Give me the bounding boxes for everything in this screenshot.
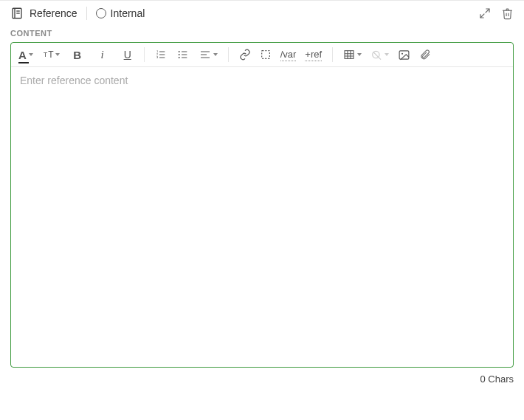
clear-format-button[interactable] — [370, 49, 389, 61]
expand-icon[interactable] — [479, 7, 491, 19]
svg-line-4 — [486, 9, 489, 13]
text-color-button[interactable]: A — [18, 49, 33, 61]
selection-button[interactable] — [260, 49, 272, 61]
char-count: 0 Chars — [0, 368, 524, 385]
editor-toolbar: A TT B i U 1 2 3 — [11, 43, 513, 67]
editor-container: A TT B i U 1 2 3 — [10, 42, 514, 368]
svg-rect-24 — [345, 51, 354, 59]
svg-line-31 — [373, 52, 379, 58]
toolbar-separator — [332, 47, 333, 62]
attachment-button[interactable] — [419, 49, 431, 61]
toolbar-separator — [144, 47, 145, 62]
internal-label: Internal — [111, 7, 145, 19]
editor-textarea[interactable]: Enter reference content — [11, 67, 513, 367]
svg-point-33 — [401, 52, 403, 54]
svg-point-17 — [178, 51, 179, 52]
align-button[interactable] — [199, 49, 218, 61]
text-size-button[interactable]: TT — [44, 49, 60, 60]
internal-toggle[interactable]: Internal — [96, 7, 145, 19]
svg-point-18 — [178, 54, 179, 55]
ordered-list-button[interactable]: 1 2 3 — [155, 49, 167, 61]
section-label-content: CONTENT — [0, 24, 524, 41]
svg-line-30 — [379, 57, 381, 59]
svg-text:3: 3 — [156, 55, 159, 59]
italic-button[interactable]: i — [97, 49, 108, 61]
title-reference: Reference — [30, 7, 77, 19]
bold-button[interactable]: B — [72, 49, 83, 61]
insert-var-button[interactable]: /var — [280, 49, 297, 61]
reference-icon — [10, 7, 24, 20]
trash-icon[interactable] — [501, 7, 514, 20]
image-button[interactable] — [398, 49, 410, 61]
svg-point-19 — [178, 57, 179, 58]
svg-rect-32 — [399, 50, 409, 58]
circle-icon — [96, 8, 106, 18]
svg-rect-23 — [261, 51, 269, 59]
table-button[interactable] — [343, 49, 362, 61]
header-right — [479, 7, 514, 20]
svg-line-5 — [480, 14, 484, 18]
header-row: Reference Internal — [0, 1, 524, 24]
header-left: Reference Internal — [10, 7, 145, 20]
underline-button[interactable]: U — [122, 49, 134, 61]
insert-ref-button[interactable]: +ref — [305, 49, 322, 61]
unordered-list-button[interactable] — [177, 49, 189, 61]
link-button[interactable] — [239, 49, 251, 61]
header-divider — [86, 7, 87, 20]
toolbar-separator — [228, 47, 229, 62]
editor-placeholder: Enter reference content — [20, 75, 128, 86]
